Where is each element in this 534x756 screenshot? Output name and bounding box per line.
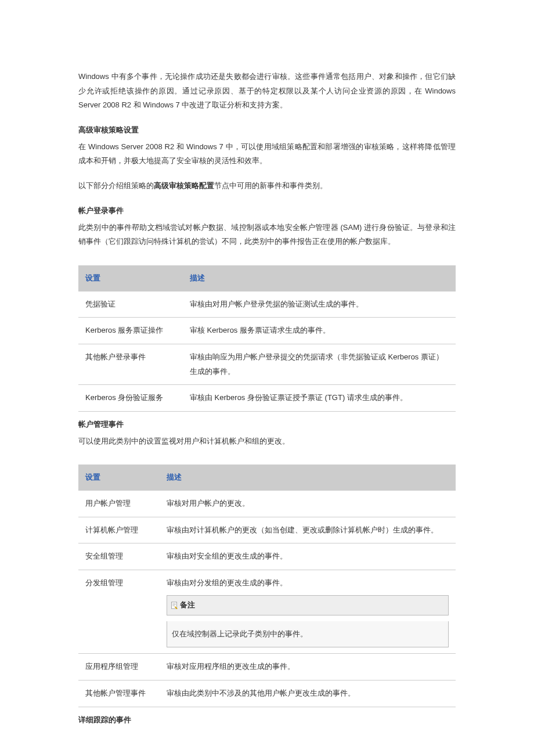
text-fragment: 节点中可用的新事件和事件类别。 <box>214 181 327 190</box>
col-setting: 设置 <box>78 265 183 291</box>
table-row: 用户帐户管理 审核对用户帐户的更改。 <box>78 491 456 517</box>
col-description: 描述 <box>160 465 456 491</box>
cell-setting: 分发组管理 <box>78 570 160 654</box>
table-row: 计算机帐户管理 审核由对计算机帐户的更改（如当创建、更改或删除计算机帐户时）生成… <box>78 517 456 543</box>
advanced-policy-desc: 在 Windows Server 2008 R2 和 Windows 7 中，可… <box>78 140 456 168</box>
table-row: 分发组管理 审核由对分发组的更改生成的事件。 备注 仅在域控制器上记录此子类别中… <box>78 570 456 654</box>
cell-description: 审核由响应为用户帐户登录提交的凭据请求（非凭据验证或 Kerberos 票证）生… <box>183 344 456 384</box>
table-row: 其他帐户登录事件 审核由响应为用户帐户登录提交的凭据请求（非凭据验证或 Kerb… <box>78 344 456 384</box>
advanced-policy-intro: 以下部分介绍组策略的高级审核策略配置节点中可用的新事件和事件类别。 <box>78 179 456 193</box>
intro-paragraph: Windows 中有多个事件，无论操作成功还是失败都会进行审核。这些事件通常包括… <box>78 70 456 113</box>
table-header-row: 设置 描述 <box>78 265 456 291</box>
heading-detailed-tracking: 详细跟踪的事件 <box>78 713 456 728</box>
cell-setting: 凭据验证 <box>78 291 183 318</box>
cell-description: 审核由此类别中不涉及的其他用户帐户更改生成的事件。 <box>160 680 456 707</box>
cell-setting: Kerberos 身份验证服务 <box>78 385 183 412</box>
cell-description: 审核由对计算机帐户的更改（如当创建、更改或删除计算机帐户时）生成的事件。 <box>160 517 456 543</box>
cell-setting: Kerberos 服务票证操作 <box>78 318 183 344</box>
cell-text: 审核由对分发组的更改生成的事件。 <box>167 578 287 587</box>
cell-setting: 其他帐户管理事件 <box>78 680 160 707</box>
table-row: Kerberos 身份验证服务 审核由 Kerberos 身份验证票证授予票证 … <box>78 385 456 412</box>
note-label: 备注 <box>180 598 195 613</box>
col-setting: 设置 <box>78 465 160 491</box>
col-description: 描述 <box>183 265 456 291</box>
table-header-row: 设置 描述 <box>78 465 456 491</box>
note-icon <box>171 602 178 609</box>
heading-advanced-policy: 高级审核策略设置 <box>78 123 456 138</box>
cell-setting: 其他帐户登录事件 <box>78 344 183 384</box>
heading-account-logon: 帐户登录事件 <box>78 204 456 218</box>
bold-text: 高级审核策略配置 <box>154 181 214 190</box>
cell-setting: 安全组管理 <box>78 543 160 570</box>
text-fragment: 以下部分介绍组策略的 <box>78 181 154 190</box>
table-row: 应用程序组管理 审核对应用程序组的更改生成的事件。 <box>78 654 456 681</box>
cell-description: 审核对应用程序组的更改生成的事件。 <box>160 654 456 681</box>
cell-setting: 应用程序组管理 <box>78 654 160 681</box>
cell-description: 审核由 Kerberos 身份验证票证授予票证 (TGT) 请求生成的事件。 <box>183 385 456 412</box>
cell-description: 审核 Kerberos 服务票证请求生成的事件。 <box>183 318 456 344</box>
account-mgmt-desc: 可以使用此类别中的设置监视对用户和计算机帐户和组的更改。 <box>78 434 456 449</box>
table-row: 凭据验证 审核由对用户帐户登录凭据的验证测试生成的事件。 <box>78 291 456 318</box>
cell-description: 审核对用户帐户的更改。 <box>160 491 456 517</box>
table-account-mgmt: 设置 描述 用户帐户管理 审核对用户帐户的更改。 计算机帐户管理 审核由对计算机… <box>78 465 456 707</box>
account-logon-desc: 此类别中的事件帮助文档域尝试对帐户数据、域控制器或本地安全帐户管理器 (SAM)… <box>78 221 456 249</box>
cell-description: 审核由对用户帐户登录凭据的验证测试生成的事件。 <box>183 291 456 318</box>
note-body: 仅在域控制器上记录此子类别中的事件。 <box>167 621 449 648</box>
cell-description: 审核由对分发组的更改生成的事件。 备注 仅在域控制器上记录此子类别中的事件。 <box>160 570 456 654</box>
cell-description: 审核由对安全组的更改生成的事件。 <box>160 543 456 570</box>
cell-setting: 计算机帐户管理 <box>78 517 160 543</box>
table-account-logon: 设置 描述 凭据验证 审核由对用户帐户登录凭据的验证测试生成的事件。 Kerbe… <box>78 265 456 412</box>
heading-account-mgmt: 帐户管理事件 <box>78 417 456 432</box>
table-row: 其他帐户管理事件 审核由此类别中不涉及的其他用户帐户更改生成的事件。 <box>78 680 456 707</box>
table-row: Kerberos 服务票证操作 审核 Kerberos 服务票证请求生成的事件。 <box>78 318 456 344</box>
note-header: 备注 <box>167 595 449 615</box>
table-row: 安全组管理 审核由对安全组的更改生成的事件。 <box>78 543 456 570</box>
cell-setting: 用户帐户管理 <box>78 491 160 517</box>
